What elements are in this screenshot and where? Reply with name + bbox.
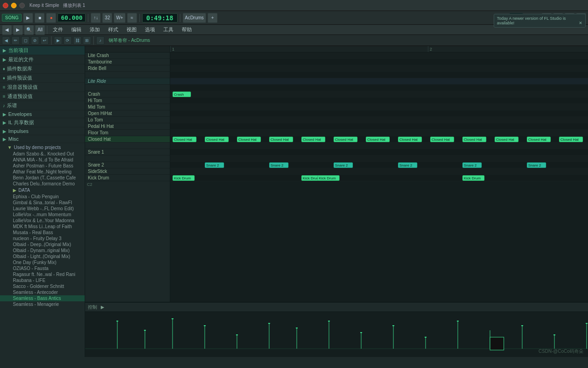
note-snare2-4[interactable]: Snare 2	[398, 162, 417, 168]
menu-help[interactable]: 帮助	[178, 25, 196, 34]
drum-label-floor-tom[interactable]: Floor Tom	[85, 130, 170, 136]
drum-label-lo-tom[interactable]: Lo Tom	[85, 117, 170, 123]
pr-undo[interactable]: ↩	[40, 36, 49, 45]
tree-item-seamless-menagerie[interactable]: Seamless - Menagerie	[0, 301, 85, 307]
drum-label-mid-tom[interactable]: Mid Tom	[85, 104, 170, 110]
close-button[interactable]	[3, 3, 8, 8]
note-kick-4[interactable]: Kick Drum	[462, 175, 484, 181]
mode-btn-3[interactable]: W+	[114, 13, 125, 23]
filter-all[interactable]: All	[35, 25, 45, 35]
tree-item-musata[interactable]: Musata - Real Bass	[0, 230, 85, 236]
note-snare2-1[interactable]: Snare 2	[205, 162, 224, 168]
mode-btn-2[interactable]: 32	[102, 13, 112, 23]
drum-label-closed-hat[interactable]: Closed Hat	[85, 136, 170, 143]
sidebar-section-shared-data[interactable]: ▶ IL 共享数据	[0, 118, 85, 127]
master-label[interactable]: AcDrums	[183, 13, 206, 23]
nav-back[interactable]: ◀	[2, 25, 12, 35]
sidebar-section-mixer-presets[interactable]: ≡ 混音器预设值	[0, 83, 85, 92]
tree-folder-used-by-demo[interactable]: ▼ Used by demo projects	[0, 144, 85, 151]
menu-edit[interactable]: 编辑	[68, 25, 85, 34]
tree-item-atthar[interactable]: Atthar Feat Me..Night feeling	[0, 169, 85, 175]
note-closed-hat-8[interactable]: Closed Hat	[398, 137, 422, 142]
nav-fwd[interactable]: ▶	[13, 25, 23, 35]
tree-item-charles-delu[interactable]: Charles Delu..formance Demo	[0, 181, 85, 187]
tree-item-olbaid-deep[interactable]: Olbaid - Deep..(Original Mix)	[0, 242, 85, 247]
pr-loop[interactable]: ⟳	[63, 36, 72, 45]
tree-item-anna-mia[interactable]: ANNA MIA - N..d To Be Afraid	[0, 157, 85, 163]
record-button[interactable]: ●	[46, 13, 56, 23]
sidebar-section-recent-files[interactable]: ▶ 最近的文件	[0, 55, 85, 64]
tree-folder-data[interactable]: ▶ DATA	[0, 187, 85, 194]
drum-label-snare1[interactable]: Snare 1	[85, 149, 170, 155]
note-kick-3[interactable]: Kick Drum	[317, 175, 340, 181]
drum-label-kick-drum[interactable]: Kick Drum	[85, 175, 170, 181]
sidebar-section-envelopes[interactable]: ▶ Envelopes	[0, 110, 85, 118]
note-kick-1[interactable]: Kick Drum	[173, 175, 195, 181]
pr-link[interactable]: ⛓	[73, 36, 81, 45]
drum-label-snare2[interactable]: Snare 2	[85, 162, 170, 168]
note-closed-hat-7[interactable]: Closed Hat	[366, 137, 390, 142]
sidebar-section-current-project[interactable]: ▶ 当前项目	[0, 46, 85, 55]
tree-item-oziaso[interactable]: OZIASO - Fausta	[0, 265, 85, 271]
note-closed-hat-9[interactable]: Closed Hat	[430, 137, 454, 142]
menu-tools[interactable]: 工具	[160, 25, 177, 34]
sidebar-section-plugin-presets[interactable]: ♦ 插件预设值	[0, 74, 85, 83]
drum-label-ride-bell[interactable]: Ride Bell	[85, 65, 170, 72]
menu-file[interactable]: 文件	[49, 25, 67, 34]
pr-pencil[interactable]: ✏	[12, 36, 20, 45]
tree-item-seamless-antecoder[interactable]: Seamless - Antecoder	[0, 289, 85, 295]
drum-label-crash[interactable]: Crash	[85, 91, 170, 98]
pr-speaker[interactable]: ♪	[96, 36, 104, 45]
tree-item-raubana[interactable]: Raubana - LIFE	[0, 277, 85, 283]
tree-item-seamless-bass-antics[interactable]: Seamless - Bass Antics	[0, 295, 85, 301]
tree-item-mdk[interactable]: MDK ft Miss Li..Leap of Faith	[0, 224, 85, 230]
note-closed-hat-3[interactable]: Closed Hat	[237, 137, 261, 142]
mode-btn-4[interactable]: ≈	[127, 13, 137, 23]
tree-item-benn-jordan[interactable]: Benn Jordan (T..Cassette Cafe	[0, 175, 85, 181]
note-closed-hat-5[interactable]: Closed Hat	[301, 137, 325, 142]
note-snare2-5[interactable]: Snare 2	[462, 162, 482, 168]
tree-item-ephixa[interactable]: Ephixa - Club Penguin	[0, 194, 85, 200]
drum-label-lite-crash[interactable]: Lite Crash	[85, 52, 170, 59]
drum-label-tambourine[interactable]: Tambourine	[85, 59, 170, 65]
drum-label-hi-tom[interactable]: Hi Tom	[85, 98, 170, 104]
grid-area[interactable]: 1 2	[170, 46, 588, 302]
browser-icon[interactable]: 🔍	[24, 25, 34, 35]
master-add[interactable]: +	[208, 13, 218, 23]
pr-eraser[interactable]: ⊘	[31, 36, 39, 45]
pr-back[interactable]: ◀	[2, 36, 10, 45]
minimize-button[interactable]	[11, 3, 17, 8]
note-crash-1[interactable]: Crash	[173, 92, 191, 97]
pr-tab-label[interactable]: 钢琴卷帘 - AcDrums	[106, 37, 153, 44]
note-closed-hat-6[interactable]: Closed Hat	[334, 137, 357, 142]
sidebar-section-channel-presets[interactable]: ≡ 通道预设值	[0, 92, 85, 101]
sidebar-section-score[interactable]: ♪ 乐谱	[0, 101, 85, 110]
pr-play[interactable]: ▶	[54, 36, 62, 45]
tree-item-laurie[interactable]: Laurie Webb -..FL Demo Edit)	[0, 206, 85, 212]
note-snare2-6[interactable]: Snare 2	[527, 162, 546, 168]
pr-snap[interactable]: ⊞	[83, 36, 91, 45]
note-closed-hat-1[interactable]: Closed Hat	[173, 137, 196, 142]
stop-button[interactable]: ■	[35, 13, 45, 23]
tree-item-ragasur[interactable]: Ragasur ft. Ne..wal - Red Rani	[0, 271, 85, 277]
tree-item-olbaid-dynam[interactable]: Olbaid - Dynam..riginal Mix)	[0, 247, 85, 253]
song-button[interactable]: SONG	[2, 14, 22, 22]
notification-close[interactable]: ✕	[579, 21, 582, 25]
tree-item-asher-postman[interactable]: Asher Postman - Future Bass	[0, 163, 85, 169]
bpm-display[interactable]: 60.000	[58, 13, 86, 22]
note-closed-hat-10[interactable]: Closed Hat	[462, 137, 486, 142]
tree-item-olbaid-light[interactable]: Olbaid - Light..(Original Mix)	[0, 253, 85, 259]
menu-view[interactable]: 视图	[123, 25, 140, 34]
note-snare2-2[interactable]: Snare 2	[269, 162, 288, 168]
play-button[interactable]: ▶	[23, 13, 33, 23]
sidebar-section-misc[interactable]: ▶ Misc	[0, 135, 85, 143]
menu-options[interactable]: 选项	[141, 25, 159, 34]
note-closed-hat-12[interactable]: Closed Hat	[527, 137, 551, 142]
sidebar-section-impulses[interactable]: ▶ Impulses	[0, 127, 85, 135]
menu-add[interactable]: 添加	[86, 25, 104, 34]
tree-item-gimbal[interactable]: Gimbal & Sina..torial - RawFl	[0, 200, 85, 206]
pr-select[interactable]: ◻	[21, 36, 29, 45]
tree-item-lollievox-le[interactable]: LollieVox & Le..Your Madonna	[0, 218, 85, 224]
drum-label-pedal-hi-hat[interactable]: Pedal Hi Hat	[85, 123, 170, 130]
tree-item-nucleon[interactable]: nucleon - Fruity Delay 3	[0, 236, 85, 242]
